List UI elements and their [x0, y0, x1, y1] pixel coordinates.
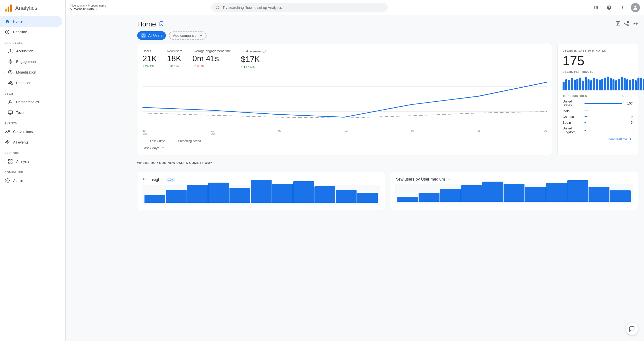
bar-mini-1: [565, 79, 567, 90]
chat-bubble-button[interactable]: [626, 323, 638, 335]
new-users-bar-1: [419, 193, 439, 202]
metric-revenue: Total revenue ⓘ $17K ↑ 117.6%: [241, 49, 266, 69]
country-count-1: 11: [625, 109, 633, 113]
conversions-icon: [5, 129, 10, 134]
svg-rect-12: [11, 162, 12, 163]
compare-icon[interactable]: [632, 21, 638, 28]
svg-rect-1: [8, 7, 9, 12]
bar-mini-9: [588, 79, 590, 90]
bar-mini-23: [626, 79, 628, 90]
insights-label: Insights: [150, 178, 163, 182]
sidebar-item-analysis[interactable]: › Analysis: [0, 156, 62, 167]
svg-point-14: [216, 6, 219, 9]
top-countries-header: TOP COUNTRIES USERS: [563, 94, 633, 97]
users-label: Users: [142, 49, 157, 53]
sidebar-label-monetization: Monetization: [16, 70, 58, 74]
more-options-button[interactable]: [618, 3, 627, 12]
chart-footer[interactable]: Last 7 days: [142, 146, 547, 150]
country-row-0: United States 107: [563, 99, 633, 107]
bar-mini-24: [629, 80, 631, 90]
expand-icon-analysis: ›: [3, 160, 4, 163]
add-comparison-button[interactable]: Add comparison +: [169, 31, 207, 40]
sidebar-item-engagement[interactable]: › Engagement: [0, 56, 62, 67]
section-events: EVENTS: [0, 118, 65, 126]
legend-solid-label: Last 7 days: [150, 139, 165, 143]
sidebar-item-all-events[interactable]: All events: [0, 137, 62, 148]
new-users-medium-card: New users by User medium: [390, 172, 638, 210]
sidebar-label-acquisition: Acquisition: [16, 49, 58, 53]
new-users-medium-header[interactable]: New users by User medium: [395, 177, 633, 182]
svg-rect-10: [11, 160, 12, 161]
country-bar-wrap-1: [584, 111, 622, 111]
user-avatar[interactable]: [631, 3, 640, 12]
bookmark-icon[interactable]: [159, 21, 164, 28]
sidebar-item-realtime[interactable]: Realtime: [0, 27, 62, 37]
bar-mini-11: [593, 78, 595, 90]
country-bar-0: [584, 103, 622, 104]
svg-point-7: [10, 100, 11, 102]
sidebar-item-acquisition[interactable]: › Acquisition: [0, 46, 62, 56]
page-title-row: Home: [137, 20, 164, 28]
revenue-label: Total revenue ⓘ: [241, 49, 266, 54]
bar-mini-3: [571, 78, 573, 90]
top-row: Users 21K ↑ 24.4% New users 18K ↑ 28.1% …: [137, 44, 638, 155]
apps-button[interactable]: [592, 3, 601, 12]
svg-line-20: [626, 22, 627, 23]
share-icon[interactable]: [624, 21, 629, 28]
country-bar-3: [584, 122, 586, 123]
realtime-count: 175: [563, 53, 633, 68]
country-bar-wrap-0: [584, 103, 622, 104]
help-button[interactable]: [605, 3, 614, 12]
view-realtime-button[interactable]: View realtime: [563, 137, 633, 141]
engagement-label: Average engagement time: [192, 49, 231, 53]
country-row-2: Canada 9: [563, 115, 633, 119]
property-name[interactable]: All Website Data: [70, 7, 106, 11]
metrics-row: Users 21K ↑ 24.4% New users 18K ↑ 28.1% …: [142, 49, 547, 69]
country-row-3: Spain 5: [563, 121, 633, 124]
chart-svg: [142, 74, 547, 124]
retention-icon: [8, 80, 13, 86]
new-users-bar-6: [525, 187, 546, 202]
time-range-label: Last 7 days: [142, 146, 159, 150]
admin-icon: [5, 178, 10, 183]
svg-rect-9: [9, 160, 10, 161]
sidebar-label-admin: Admin: [13, 179, 58, 183]
insights-bar-0: [144, 195, 165, 203]
sidebar-item-home[interactable]: Home: [0, 16, 62, 27]
all-users-chip[interactable]: A All Users: [137, 31, 166, 40]
bar-mini-18: [612, 79, 614, 90]
legend-dashed: Preceding period: [170, 139, 201, 143]
country-name-4: United Kingdom: [563, 126, 581, 134]
where-from-label: WHERE DO YOUR NEW USERS COME FROM?: [137, 160, 638, 167]
dropdown-chevron-icon-2: [447, 177, 451, 181]
country-row-4: United Kingdom 4: [563, 126, 633, 134]
insights-bar-6: [272, 184, 293, 203]
sidebar-label-tech: Tech: [16, 111, 58, 115]
sidebar-item-demographics[interactable]: › Demographics: [0, 97, 62, 107]
bar-mini-12: [596, 79, 598, 90]
sidebar-item-conversions[interactable]: Conversions: [0, 126, 62, 137]
new-users-change: ↑ 28.1%: [167, 64, 182, 68]
save-icon[interactable]: [615, 21, 621, 28]
sidebar-item-monetization[interactable]: › Monetization: [0, 67, 62, 78]
new-users-bar-2: [440, 189, 461, 202]
country-bar-wrap-3: [584, 122, 622, 123]
sidebar-label-analysis: Analysis: [16, 159, 58, 163]
section-configure: CONFIGURE: [0, 167, 65, 175]
insights-bar-3: [208, 183, 229, 203]
sidebar-item-tech[interactable]: › Tech: [0, 107, 62, 118]
users-col-label: USERS: [622, 94, 633, 97]
legend-dashed-line: [170, 141, 177, 141]
monetization-icon: [8, 70, 13, 75]
svg-rect-11: [9, 162, 10, 163]
search-input[interactable]: [222, 6, 384, 10]
country-bar-2: [584, 116, 588, 117]
x-label-2: 02: [278, 129, 281, 135]
search-bar[interactable]: [211, 3, 388, 12]
section-explore: EXPLORE: [0, 148, 65, 156]
sidebar-item-admin[interactable]: Admin: [0, 175, 62, 186]
bar-mini-6: [579, 78, 581, 90]
sidebar-item-retention[interactable]: › Retention: [0, 78, 62, 88]
content-area: Users 21K ↑ 24.4% New users 18K ↑ 28.1% …: [131, 44, 644, 216]
view-realtime-label: View realtime: [607, 137, 627, 141]
